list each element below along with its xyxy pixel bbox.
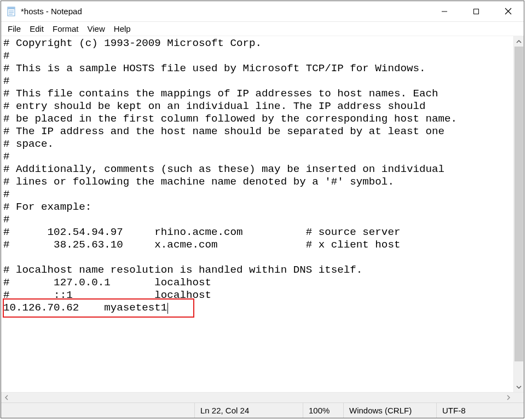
horizontal-scrollbar[interactable] bbox=[1, 392, 524, 402]
text-line: # This is a sample HOSTS file used by Mi… bbox=[3, 62, 513, 75]
svg-rect-1 bbox=[8, 7, 15, 9]
scroll-left-arrow-icon[interactable] bbox=[1, 393, 11, 402]
text-line: # This file contains the mappings of IP … bbox=[3, 88, 513, 100]
status-encoding: UTF-8 bbox=[436, 403, 524, 418]
editor-area: # Copyright (c) 1993-2009 Microsoft Corp… bbox=[1, 36, 524, 392]
text-line: # localhost name resolution is handled w… bbox=[3, 264, 513, 277]
text-line: # Copyright (c) 1993-2009 Microsoft Corp… bbox=[3, 37, 513, 50]
menu-bar: File Edit Format View Help bbox=[1, 22, 524, 36]
close-button[interactable] bbox=[492, 1, 524, 21]
menu-view[interactable]: View bbox=[83, 23, 109, 34]
horizontal-scroll-track[interactable] bbox=[11, 393, 503, 402]
text-line: # The IP address and the host name shoul… bbox=[3, 125, 513, 138]
text-line: # entry should be kept on an individual … bbox=[3, 100, 513, 113]
text-line: # lines or following the machine name de… bbox=[3, 176, 513, 188]
status-zoom: 100% bbox=[303, 403, 343, 418]
menu-file[interactable]: File bbox=[3, 23, 25, 34]
text-line: # 102.54.94.97 rhino.acme.com # source s… bbox=[3, 226, 513, 239]
menu-help[interactable]: Help bbox=[109, 23, 135, 34]
text-line: # ::1 localhost bbox=[3, 289, 513, 302]
status-cursor-position: Ln 22, Col 24 bbox=[194, 403, 303, 418]
text-editor[interactable]: # Copyright (c) 1993-2009 Microsoft Corp… bbox=[1, 36, 513, 392]
text-line: # 38.25.63.10 x.acme.com # x client host bbox=[3, 239, 513, 251]
window-title: *hosts - Notepad bbox=[21, 7, 429, 16]
notepad-icon bbox=[7, 7, 16, 16]
scroll-right-arrow-icon[interactable] bbox=[503, 393, 513, 402]
vertical-scrollbar[interactable] bbox=[513, 36, 524, 392]
window-controls bbox=[429, 1, 524, 21]
scroll-up-arrow-icon[interactable] bbox=[514, 36, 524, 47]
scroll-corner bbox=[513, 393, 524, 402]
title-bar: *hosts - Notepad bbox=[1, 1, 524, 22]
svg-rect-6 bbox=[474, 9, 479, 14]
vertical-scroll-thumb[interactable] bbox=[515, 47, 523, 361]
status-spacer bbox=[1, 403, 194, 418]
menu-format[interactable]: Format bbox=[48, 23, 83, 34]
text-line bbox=[3, 251, 513, 264]
vertical-scroll-track[interactable] bbox=[514, 47, 524, 382]
status-bar: Ln 22, Col 24 100% Windows (CRLF) UTF-8 bbox=[1, 402, 524, 418]
text-line: # space. bbox=[3, 138, 513, 151]
text-caret bbox=[167, 303, 168, 314]
minimize-button[interactable] bbox=[429, 1, 460, 21]
maximize-button[interactable] bbox=[460, 1, 492, 21]
text-line: # bbox=[3, 214, 513, 226]
notepad-window: *hosts - Notepad File Edit Format View H… bbox=[1, 1, 524, 418]
text-line: 10.126.70.62 myasetest1 bbox=[3, 302, 513, 314]
text-line: # For example: bbox=[3, 201, 513, 214]
text-line: # bbox=[3, 151, 513, 163]
scroll-down-arrow-icon[interactable] bbox=[514, 382, 524, 392]
text-line: # bbox=[3, 50, 513, 62]
text-line: # bbox=[3, 188, 513, 201]
status-line-ending: Windows (CRLF) bbox=[343, 403, 436, 418]
text-line: # be placed in the first column followed… bbox=[3, 113, 513, 125]
text-line: # 127.0.0.1 localhost bbox=[3, 277, 513, 289]
text-line: # Additionally, comments (such as these)… bbox=[3, 163, 513, 176]
menu-edit[interactable]: Edit bbox=[25, 23, 48, 34]
text-line: # bbox=[3, 75, 513, 88]
